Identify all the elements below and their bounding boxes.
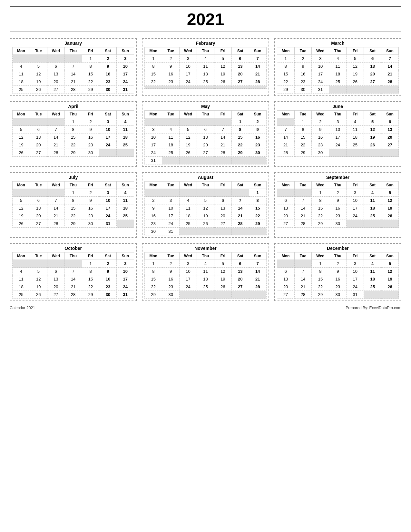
day-cell: 10: [99, 126, 117, 133]
day-cell: 20: [30, 141, 47, 149]
day-cell: 9: [162, 268, 180, 275]
day-cell: 4: [13, 63, 30, 70]
day-cell: [13, 118, 30, 126]
day-cell: 9: [99, 63, 117, 70]
day-header-sun: Sun: [117, 252, 134, 260]
day-cell: 22: [294, 141, 312, 149]
day-header-thu: Thu: [197, 111, 214, 118]
day-cell: 12: [30, 70, 47, 78]
day-cell: [364, 86, 381, 94]
day-cell: 2: [82, 118, 99, 126]
day-header-sun: Sun: [381, 111, 399, 118]
month-block-july: JulyMonTueWedThuFriSatSun123456789101112…: [10, 172, 137, 238]
day-cell: 1: [312, 260, 329, 268]
day-cell: 9: [99, 268, 117, 275]
day-cell: 13: [214, 204, 231, 212]
day-cell: 17: [312, 70, 329, 78]
month-table-may: MonTueWedThuFriSatSun1234567891011121314…: [144, 110, 266, 164]
day-header-mon: Mon: [277, 111, 294, 118]
day-cell: 9: [294, 63, 312, 70]
day-cell: 9: [249, 126, 266, 133]
day-cell: 10: [347, 268, 364, 275]
day-header-tue: Tue: [294, 111, 312, 118]
day-cell: 21: [381, 70, 399, 78]
day-cell: 17: [180, 70, 197, 78]
day-cell: 1: [312, 189, 329, 197]
day-cell: 20: [277, 212, 294, 220]
day-header-fri: Fri: [82, 182, 99, 189]
day-cell: 2: [162, 260, 180, 268]
day-cell: 27: [30, 220, 47, 228]
day-cell: 26: [214, 283, 231, 291]
day-cell: 19: [13, 212, 30, 220]
day-cell: 3: [162, 197, 180, 204]
day-cell: [197, 118, 214, 126]
day-cell: 30: [312, 149, 329, 157]
day-cell: 3: [117, 55, 134, 63]
day-cell: 3: [312, 55, 329, 63]
day-header-mon: Mon: [145, 252, 162, 260]
day-header-fri: Fri: [82, 252, 99, 260]
day-cell: [329, 149, 347, 157]
day-cell: 11: [117, 197, 134, 204]
day-cell: [231, 189, 249, 197]
month-table-november: MonTueWedThuFriSatSun1234567891011121314…: [144, 252, 266, 299]
day-cell: 22: [64, 141, 82, 149]
month-block-october: OctoberMonTueWedThuFriSatSun123456789101…: [10, 243, 137, 301]
day-cell: 25: [197, 283, 214, 291]
day-cell: 16: [249, 133, 266, 141]
day-cell: 13: [30, 133, 47, 141]
day-cell: 31: [162, 228, 180, 235]
day-header-mon: Mon: [277, 252, 294, 260]
day-header-wed: Wed: [47, 252, 64, 260]
day-cell: 20: [231, 70, 249, 78]
day-header-wed: Wed: [312, 47, 329, 55]
day-cell: 5: [214, 55, 231, 63]
day-cell: 23: [82, 212, 99, 220]
day-header-sun: Sun: [381, 47, 399, 55]
day-cell: 1: [145, 260, 162, 268]
day-cell: 29: [145, 291, 162, 299]
day-cell: 18: [197, 275, 214, 283]
day-cell: [329, 86, 347, 94]
day-cell: [231, 86, 249, 89]
day-cell: 31: [312, 86, 329, 94]
day-cell: 4: [364, 189, 381, 197]
day-cell: 26: [381, 283, 399, 291]
day-cell: 5: [381, 260, 399, 268]
day-cell: 20: [47, 283, 64, 291]
day-cell: 18: [329, 70, 347, 78]
day-cell: [47, 189, 64, 197]
day-header-fri: Fri: [214, 111, 231, 118]
day-cell: 16: [294, 70, 312, 78]
month-title-august: August: [144, 175, 266, 180]
day-cell: 15: [64, 204, 82, 212]
day-cell: 5: [180, 126, 197, 133]
day-cell: 7: [64, 268, 82, 275]
day-cell: 8: [294, 126, 312, 133]
day-cell: 5: [13, 197, 30, 204]
day-cell: 27: [197, 149, 214, 157]
day-cell: 1: [64, 118, 82, 126]
day-cell: 25: [117, 141, 134, 149]
month-title-november: November: [144, 246, 266, 251]
day-cell: 24: [99, 212, 117, 220]
day-cell: [347, 220, 364, 228]
day-cell: 12: [347, 63, 364, 70]
day-header-wed: Wed: [312, 182, 329, 189]
day-cell: 5: [347, 55, 364, 63]
day-cell: 10: [145, 133, 162, 141]
day-cell: 8: [312, 268, 329, 275]
day-cell: [249, 157, 266, 164]
day-header-sun: Sun: [249, 182, 266, 189]
day-cell: 12: [214, 268, 231, 275]
day-cell: 11: [364, 197, 381, 204]
day-cell: [197, 228, 214, 235]
day-cell: 11: [13, 70, 30, 78]
day-cell: 11: [364, 268, 381, 275]
day-cell: 23: [162, 78, 180, 86]
day-cell: 22: [145, 78, 162, 86]
month-block-december: DecemberMonTueWedThuFriSatSun12345678910…: [274, 243, 401, 301]
day-cell: 10: [117, 63, 134, 70]
day-cell: 22: [231, 141, 249, 149]
